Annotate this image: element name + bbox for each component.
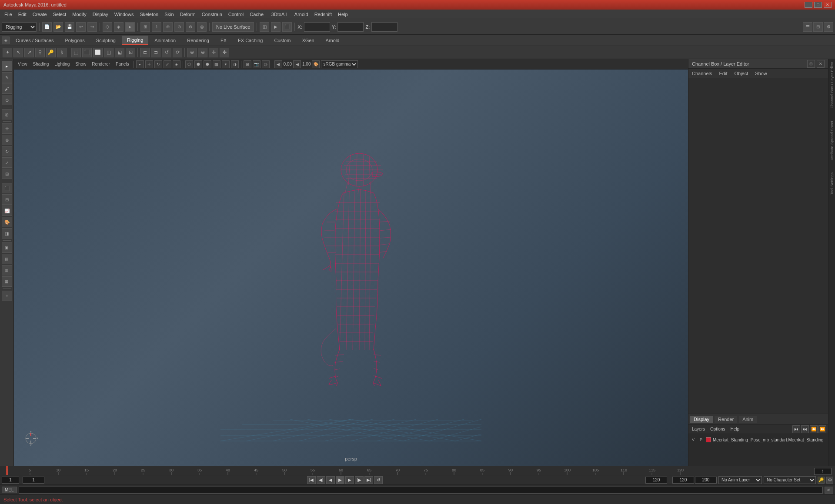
preferences-btn[interactable]: ⚙ <box>826 477 833 484</box>
le-help-menu[interactable]: Help <box>728 426 741 432</box>
rig-btn-7[interactable]: ⬚ <box>71 48 81 57</box>
next-key-btn[interactable]: |▶ <box>355 476 364 484</box>
tab-rendering[interactable]: Rendering <box>182 36 214 45</box>
rig-btn-19[interactable]: ✛ <box>209 48 218 57</box>
timeline-ruler[interactable]: 1 5 10 15 20 25 30 35 40 45 50 <box>0 466 835 475</box>
tool-settings-toggle[interactable]: ⚙ <box>824 22 833 32</box>
x-input[interactable] <box>304 22 330 32</box>
snap-live-btn[interactable]: ◎ <box>197 22 207 32</box>
vp-show-all[interactable]: ◈ <box>173 60 180 68</box>
layer-color-swatch[interactable] <box>706 437 711 442</box>
sculpt-tool[interactable]: ⊙ <box>2 95 12 105</box>
tool-d[interactable]: ▦ <box>2 276 12 287</box>
anim-start-input[interactable] <box>672 477 694 484</box>
render-view[interactable]: ◨ <box>2 228 12 239</box>
scale-tool[interactable]: ⤢ <box>2 157 12 168</box>
universal-manip[interactable]: ⊞ <box>2 169 12 179</box>
redo-btn[interactable]: ↪ <box>87 22 97 32</box>
vp-shading-menu[interactable]: Shading <box>31 61 51 67</box>
select-by-hierarchy-btn[interactable]: ⬡ <box>103 22 112 32</box>
menu-constrain[interactable]: Constrain <box>199 11 225 18</box>
display-layers[interactable]: ⬛ <box>2 183 12 193</box>
menu-control[interactable]: Control <box>226 11 246 18</box>
menu-modify[interactable]: Modify <box>70 11 89 18</box>
go-to-start-btn[interactable]: |◀ <box>307 476 316 484</box>
vp-gamma-dropdown[interactable]: sRGB gamma <box>321 60 358 68</box>
close-button[interactable]: ✕ <box>824 2 832 8</box>
rig-btn-9[interactable]: ⬜ <box>93 48 103 57</box>
anim-layer-dropdown[interactable]: No Anim Layer <box>718 476 762 484</box>
paint-effects-tool[interactable]: 🖌 <box>2 83 12 94</box>
mel-input[interactable] <box>19 487 823 494</box>
history-btn[interactable]: ◫ <box>260 22 269 32</box>
menu-3dtoall[interactable]: -3DtoAll- <box>267 11 291 18</box>
vp-wireframe[interactable]: ⬡ <box>185 60 193 68</box>
vp-renderer-menu[interactable]: Renderer <box>90 61 112 67</box>
tab-xgen[interactable]: XGen <box>297 36 319 45</box>
next-frame-btn[interactable]: ▶ <box>345 476 354 484</box>
cb-tab-show[interactable]: Show <box>753 70 769 77</box>
vp-colormode[interactable]: 🎨 <box>312 60 320 68</box>
vp-view-menu[interactable]: View <box>16 61 30 67</box>
rig-btn-8[interactable]: ⬛ <box>82 48 92 57</box>
rig-btn-10[interactable]: ◫ <box>104 48 114 57</box>
add-btn[interactable]: ＋ <box>2 291 12 301</box>
z-input[interactable] <box>371 22 397 32</box>
cb-tab-edit[interactable]: Edit <box>717 70 729 77</box>
range-start-input[interactable] <box>23 477 44 484</box>
outliner[interactable]: ⊟ <box>2 194 12 205</box>
render-btn[interactable]: ▶ <box>271 22 281 32</box>
vp-grid-toggle[interactable]: ⊞ <box>244 60 251 68</box>
select-by-component-btn[interactable]: ◈ <box>114 22 124 32</box>
menu-help[interactable]: Help <box>335 11 351 18</box>
maximize-button[interactable]: □ <box>814 2 822 8</box>
le-next-key[interactable]: ⏭ <box>801 425 809 433</box>
select-tool-btn[interactable]: ▸ <box>125 22 135 32</box>
menu-select[interactable]: Select <box>50 11 69 18</box>
attr-editor-toggle[interactable]: ⊟ <box>813 22 823 32</box>
vp-flat[interactable]: ⬣ <box>204 60 211 68</box>
channel-box-toggle[interactable]: ☰ <box>803 22 812 32</box>
menu-windows[interactable]: Windows <box>112 11 137 18</box>
rig-btn-6[interactable]: ⚷ <box>57 48 67 57</box>
menu-display[interactable]: Display <box>90 11 111 18</box>
rig-btn-20[interactable]: ✤ <box>220 48 229 57</box>
soft-select-tool[interactable]: ◎ <box>2 109 12 119</box>
tab-arnold[interactable]: Arnold <box>321 36 345 45</box>
menu-edit[interactable]: Edit <box>16 11 29 18</box>
menu-file[interactable]: File <box>2 11 15 18</box>
snap-to-point-btn[interactable]: ⊕ <box>163 22 173 32</box>
vp-gamma-lower[interactable]: ◀ <box>293 60 301 68</box>
paint-tool[interactable]: ✎ <box>2 72 12 83</box>
tool-a[interactable]: ▣ <box>2 242 12 253</box>
tab-fx[interactable]: FX <box>215 36 232 45</box>
rig-btn-11[interactable]: ⬕ <box>115 48 124 57</box>
menu-create[interactable]: Create <box>30 11 50 18</box>
channel-box-close[interactable]: ✕ <box>817 60 825 68</box>
snap-to-grid-btn[interactable]: ⊞ <box>140 22 150 32</box>
snap-to-curve-btn[interactable]: ⌇ <box>152 22 161 32</box>
rig-btn-17[interactable]: ⊕ <box>187 48 197 57</box>
undo-btn[interactable]: ↩ <box>76 22 86 32</box>
tab-custom[interactable]: Custom <box>269 36 296 45</box>
graph-editor[interactable]: 📈 <box>2 206 12 216</box>
rig-btn-5[interactable]: 🔑 <box>46 48 56 57</box>
snap-to-surface-btn[interactable]: ⊙ <box>174 22 184 32</box>
vp-textured[interactable]: ▩ <box>213 60 220 68</box>
vp-lights[interactable]: ☀ <box>222 60 230 68</box>
mel-tab[interactable]: MEL <box>2 487 17 493</box>
rig-btn-15[interactable]: ↺ <box>162 48 171 57</box>
vp-shadow[interactable]: ◑ <box>231 60 239 68</box>
layer-visibility-toggle[interactable]: V <box>690 437 696 443</box>
menu-cache[interactable]: Cache <box>247 11 266 18</box>
open-scene-btn[interactable]: 📂 <box>53 22 63 32</box>
tab-animation[interactable]: Animation <box>149 36 181 45</box>
vp-scale-tool[interactable]: ⤢ <box>164 60 171 68</box>
rig-btn-12[interactable]: ⊡ <box>126 48 135 57</box>
rig-btn-13[interactable]: ⊏ <box>140 48 150 57</box>
y-input[interactable] <box>337 22 364 32</box>
anim-end-input[interactable] <box>695 477 717 484</box>
vp-show-menu[interactable]: Show <box>73 61 88 67</box>
le-options-menu[interactable]: Options <box>708 426 727 432</box>
save-scene-btn[interactable]: 💾 <box>65 22 74 32</box>
